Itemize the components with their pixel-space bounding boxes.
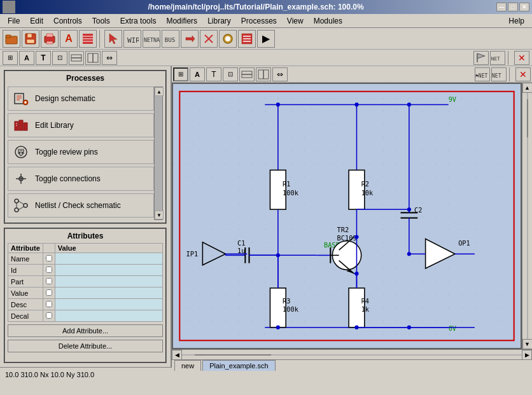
processes-scroll-down[interactable]: ▼ <box>155 211 164 219</box>
canvas-netflag-button[interactable]: ⚑NET <box>475 67 490 81</box>
net-flag-button[interactable] <box>473 51 489 65</box>
scroll-bottom-thumb[interactable] <box>195 354 271 356</box>
component-button[interactable]: ⊡ <box>52 51 67 65</box>
scroll-right-thumb[interactable] <box>527 99 528 137</box>
scroll-right-down[interactable]: ▼ <box>522 339 533 349</box>
canvas-comp-button[interactable]: ⊡ <box>223 67 238 81</box>
processes-scroll-track[interactable] <box>155 96 162 211</box>
menu-edit[interactable]: Edit <box>25 15 48 27</box>
scroll-bottom-track[interactable] <box>182 354 522 356</box>
processes-inner: Design schematic <box>8 87 163 220</box>
close-canvas-button[interactable]: ✕ <box>514 51 529 65</box>
canvas-linev-button[interactable] <box>256 67 271 81</box>
menu-modifiers[interactable]: Modifiers <box>161 15 202 27</box>
canvas-netflag2-button[interactable]: NET <box>491 67 507 81</box>
bus-button[interactable]: BUS <box>162 30 179 48</box>
menu-view[interactable]: View <box>282 15 309 27</box>
save-button[interactable] <box>22 30 39 48</box>
text-T-button[interactable]: T <box>36 51 51 65</box>
scroll-bottom-right[interactable]: ▶ <box>522 350 532 360</box>
menu-file[interactable]: File <box>3 15 25 27</box>
tab-plain-example[interactable]: Plain_example.sch <box>202 360 275 371</box>
attr-name-id: Id <box>8 265 43 276</box>
process-toggle-review-pins[interactable]: Toggle review pins <box>8 140 154 164</box>
attr-check-decal[interactable] <box>43 310 55 322</box>
schematic-canvas[interactable]: 9V 0V BASE R1 100k R2 10k <box>172 83 522 349</box>
line-h-button[interactable] <box>69 51 84 65</box>
c1-label: C1 <box>237 239 245 247</box>
attr-check-id[interactable] <box>43 265 55 276</box>
print-button[interactable] <box>41 30 59 48</box>
canvas-scroll-right[interactable]: ▲ ▼ <box>522 83 532 349</box>
zoom-area-button[interactable]: ⊞ <box>3 51 18 65</box>
minimize-button[interactable]: — <box>496 3 507 11</box>
tab-new[interactable]: new <box>174 360 201 371</box>
attr-check-value[interactable] <box>43 288 55 299</box>
attr-value-value[interactable] <box>55 288 162 299</box>
processes-panel: Processes <box>4 70 167 224</box>
menu-processes[interactable]: Processes <box>236 15 282 27</box>
process-netlist-check[interactable]: Netlist / Check schematic <box>8 193 154 218</box>
menu-controls[interactable]: Controls <box>48 15 87 27</box>
netname-button[interactable]: NETNAME <box>143 30 160 48</box>
attr-value-name[interactable] <box>55 253 162 265</box>
attr-check-part[interactable] <box>43 276 55 288</box>
canvas-textA-button[interactable]: A <box>190 67 205 81</box>
attr-value-id[interactable] <box>55 265 162 276</box>
stripes-button[interactable] <box>79 30 97 48</box>
scroll-right-up[interactable]: ▲ <box>522 83 533 93</box>
attr-header-attribute: Attribute <box>8 244 43 253</box>
process-toggle-connections[interactable]: Toggle connections <box>8 167 154 191</box>
process-edit-library[interactable]: Edit Library <box>8 113 154 137</box>
junction-top-right <box>407 102 411 106</box>
arrow-lr-button[interactable]: ⇔ <box>102 51 117 65</box>
open-folder-button[interactable] <box>3 30 20 48</box>
svg-point-46 <box>19 152 21 154</box>
wire-button[interactable]: WIRE <box>123 30 141 48</box>
add-attribute-button[interactable]: Add Attribute... <box>8 324 163 337</box>
attr-name-name: Name <box>8 253 43 265</box>
list-button[interactable] <box>238 30 256 48</box>
canvas-zoom-button[interactable]: ⊞ <box>173 67 188 81</box>
net-flag2-button[interactable]: NET <box>490 51 505 65</box>
circle-button[interactable] <box>219 30 237 48</box>
no-connect-button[interactable] <box>200 30 218 48</box>
attr-value-desc[interactable] <box>55 299 162 310</box>
menu-modules[interactable]: Modules <box>309 15 347 27</box>
text-button[interactable]: A <box>60 30 78 48</box>
menu-help[interactable]: Help <box>503 15 529 27</box>
maximize-button[interactable]: □ <box>508 3 518 11</box>
canvas-textT-button[interactable]: T <box>206 67 221 81</box>
netlist-check-label: Netlist / Check schematic <box>35 201 121 210</box>
menu-bar: File Edit Controls Tools Extra tools Mod… <box>0 14 532 28</box>
r4-label: R4 <box>361 297 369 305</box>
process-design-schematic[interactable]: Design schematic <box>8 87 154 111</box>
attr-check-desc[interactable] <box>43 299 55 310</box>
canvas-close-button[interactable]: ✕ <box>515 67 531 81</box>
attr-value-part[interactable] <box>55 276 162 288</box>
menu-extra-tools[interactable]: Extra tools <box>115 15 162 27</box>
menu-library[interactable]: Library <box>202 15 236 27</box>
canvas-lineh-button[interactable] <box>239 67 255 81</box>
text-small-button[interactable]: A <box>19 51 34 65</box>
svg-rect-6 <box>46 34 53 37</box>
toolbar-row-2: ⊞ A T ⊡ ⇔ NET ✕ <box>0 50 532 66</box>
attr-check-name[interactable] <box>43 253 55 265</box>
tabs-bar: new Plain_example.sch <box>172 359 532 371</box>
canvas-arrowlr-button[interactable]: ⇔ <box>272 67 288 81</box>
scroll-bottom-left[interactable]: ◀ <box>172 350 182 360</box>
connect-button[interactable] <box>181 30 199 48</box>
more-button[interactable]: ▶ <box>257 30 275 48</box>
pointer-button[interactable] <box>104 30 122 48</box>
canvas-scroll-bottom[interactable]: ◀ ▶ <box>172 349 532 359</box>
attr-value-decal[interactable] <box>55 310 162 322</box>
processes-scroll-up[interactable]: ▲ <box>155 87 164 96</box>
line-v-button[interactable] <box>85 51 101 65</box>
processes-scrollbar[interactable]: ▲ ▼ <box>154 87 163 220</box>
scroll-right-track[interactable] <box>527 93 528 339</box>
menu-tools[interactable]: Tools <box>87 15 115 27</box>
attr-row-decal: Decal <box>8 310 163 322</box>
delete-attribute-button[interactable]: Delete Attribute... <box>8 340 163 352</box>
close-button[interactable]: ✕ <box>519 3 529 11</box>
svg-line-56 <box>18 207 24 210</box>
